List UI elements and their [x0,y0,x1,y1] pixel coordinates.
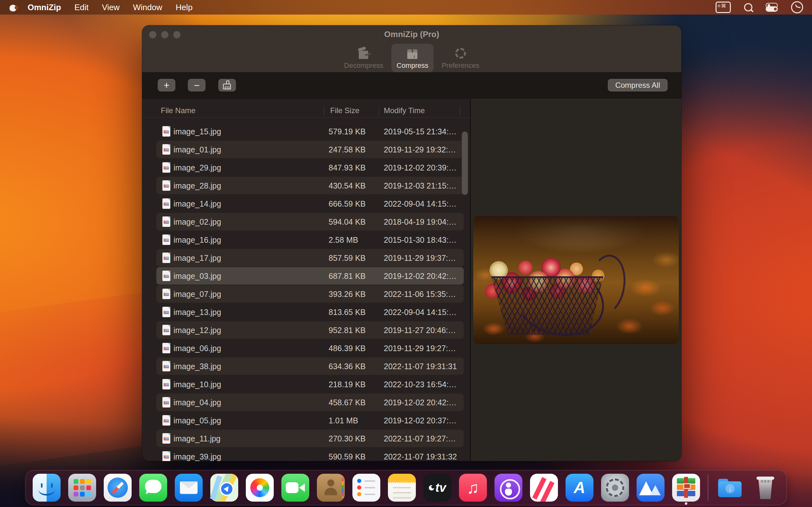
file-modify-time: 2022-11-07 19:31:32 [384,452,457,461]
clear-list-button[interactable] [218,79,236,92]
icon-part [436,482,446,494]
dock-facetime-icon[interactable] [281,474,309,502]
table-row[interactable]: image_07.jpg 393.26 KB 2022-11-06 15:35:… [142,285,470,303]
file-modify-time: 2022-11-06 15:35:… [384,289,456,298]
table-row[interactable]: image_15.jpg 579.19 KB 2019-05-15 21:34:… [142,122,470,140]
desktop: OmniZipEditViewWindowHelp OmniZip (Pro) … [0,0,812,507]
table-row[interactable]: image_28.jpg 430.54 KB 2019-12-03 21:15:… [142,176,470,194]
icon-part [357,479,361,483]
keyboard-switcher-icon[interactable] [716,2,731,13]
tab-decompress[interactable]: Decompress [339,44,388,72]
dock-appstore-icon[interactable] [565,474,594,502]
search-icon[interactable] [744,3,752,11]
column-divider[interactable] [324,106,324,116]
table-row[interactable]: image_04.jpg 458.67 KB 2019-12-02 20:42:… [142,393,470,411]
dock-reminders-icon[interactable] [352,474,380,502]
dock-podcasts-icon[interactable] [495,474,522,502]
column-divider[interactable] [460,106,460,116]
compress-all-button[interactable]: Compress All [608,79,668,92]
icon-part [683,483,691,489]
dock-maps-icon[interactable] [210,474,238,502]
menu-view[interactable]: View [95,0,126,14]
file-modify-time: 2022-09-04 14:15:… [384,199,456,208]
dock-music-icon[interactable] [459,474,487,502]
jpeg-file-icon [162,325,170,335]
menu-edit[interactable]: Edit [67,0,95,14]
jpeg-file-icon [162,433,170,444]
dock-mountains-icon[interactable] [637,474,664,502]
table-row[interactable]: image_01.jpg 247.58 KB 2019-11-29 19:32:… [142,140,470,158]
column-divider[interactable] [379,106,379,116]
dock-finder-icon[interactable] [33,474,61,502]
jpeg-file-icon [162,379,170,389]
file-size: 634.36 KB [328,361,366,371]
table-row[interactable]: image_03.jpg 687.81 KB 2019-12-02 20:42:… [142,267,470,285]
file-size: 847.93 KB [328,163,366,172]
image-preview[interactable] [473,216,679,344]
icon-part [250,478,269,497]
dock-news-icon[interactable] [530,474,558,502]
jpeg-file-icon [162,343,170,353]
icon-part [429,485,434,491]
icon-part [73,479,78,484]
apple-menu-icon[interactable] [9,3,16,11]
tab-preferences[interactable]: Preferences [437,44,485,72]
file-size: 857.59 KB [328,253,366,262]
dock-safari-icon[interactable] [104,474,132,502]
icon-part [364,481,375,482]
clock-icon[interactable] [791,1,803,13]
table-row[interactable]: image_38.jpg 634.36 KB 2022-11-07 19:31:… [142,357,470,375]
file-name: image_17.jpg [173,253,221,262]
file-modify-time: 2015-01-30 18:43:… [384,235,456,244]
table-row[interactable]: image_29.jpg 847.93 KB 2019-12-02 20:39:… [142,158,470,176]
table-row[interactable]: image_39.jpg 590.59 KB 2022-11-07 19:31:… [142,447,470,461]
dock-trash-icon[interactable] [751,474,779,502]
dock-mail-icon[interactable] [175,474,203,502]
table-row[interactable]: image_16.jpg 2.58 MB 2015-01-30 18:43:… [142,231,470,249]
table-row[interactable]: image_05.jpg 1.01 MB 2019-12-02 20:37:… [142,411,470,429]
title-bar[interactable]: OmniZip (Pro) DecompressCompressPreferen… [142,25,681,72]
table-row[interactable]: image_06.jpg 486.39 KB 2019-11-29 19:27:… [142,339,470,357]
dock [25,470,787,505]
control-center-icon[interactable] [766,2,778,12]
file-modify-time: 2019-12-02 20:39:… [384,163,456,172]
menu-help[interactable]: Help [169,0,199,14]
tab-compress[interactable]: Compress [392,44,433,72]
dock-downloads-icon[interactable] [716,474,744,502]
file-size: 1.01 MB [328,416,358,425]
table-row[interactable]: image_13.jpg 813.65 KB 2022-09-04 14:15:… [142,303,470,321]
menu-bar: OmniZipEditViewWindowHelp [0,0,812,14]
dock-contacts-icon[interactable] [317,474,345,502]
dock-tv-icon[interactable] [423,474,451,502]
menu-window[interactable]: Window [126,0,169,14]
column-header-file-name[interactable]: File Name [161,106,195,115]
add-files-button[interactable]: + [158,79,175,92]
dock-photos-icon[interactable] [246,474,274,502]
jpeg-file-icon [162,199,170,209]
column-header-modify-time[interactable]: Modify Time [384,106,425,115]
table-row[interactable]: image_17.jpg 857.59 KB 2019-11-29 19:37:… [142,249,470,267]
table-row[interactable]: image_02.jpg 594.04 KB 2018-04-19 19:04:… [142,213,470,231]
table-row[interactable]: image_14.jpg 666.59 KB 2022-09-04 14:15:… [142,194,470,213]
column-header-file-size[interactable]: File Size [330,106,359,115]
dock-messages-icon[interactable] [139,474,167,502]
tab-label: Preferences [442,61,479,70]
file-modify-time: 2019-11-27 20:46:… [384,326,456,335]
table-row[interactable]: image_12.jpg 952.81 KB 2019-11-27 20:46:… [142,321,470,339]
file-size: 594.04 KB [328,217,366,226]
icon-part [327,480,334,487]
file-name: image_10.jpg [173,380,221,389]
table-row[interactable]: image_10.jpg 218.19 KB 2022-10-23 16:54:… [142,375,470,393]
dock-settings-icon[interactable] [601,474,629,502]
toolbar-tabs: DecompressCompressPreferences [142,44,681,72]
file-size: 247.58 KB [328,145,366,154]
table-row[interactable]: image_11.jpg 270.30 KB 2022-11-07 19:27:… [142,429,470,447]
dock-launchpad-icon[interactable] [68,474,96,502]
scrollbar-thumb[interactable] [462,131,468,195]
remove-files-button[interactable]: − [188,79,206,92]
menu-omnizip[interactable]: OmniZip [21,0,67,14]
file-name: image_04.jpg [173,398,221,407]
dock-omnizip-icon[interactable] [672,474,700,502]
file-table: File Name File Size Modify Time image_15… [142,99,470,461]
dock-notes-icon[interactable] [388,474,416,502]
